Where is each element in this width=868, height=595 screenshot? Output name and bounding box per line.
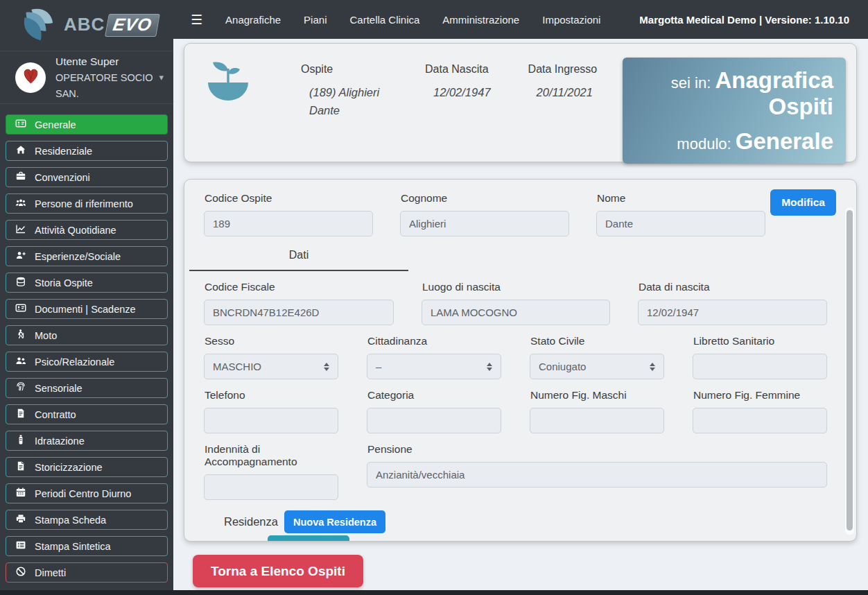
sidebar-item-idratazione[interactable]: Idratazione: [6, 431, 168, 451]
data-nascita-input[interactable]: [638, 300, 827, 325]
select-arrows-icon: [487, 363, 492, 371]
categoria-label: Categoria: [367, 389, 501, 402]
sidebar-item-stampa-scheda[interactable]: Stampa Scheda: [6, 510, 168, 530]
id-badge-icon: [15, 302, 26, 316]
logo-text: ABCEVO: [64, 14, 158, 37]
select-arrows-icon: [650, 363, 655, 371]
stato-civile-select[interactable]: Coniugato: [530, 354, 664, 379]
id-card-icon: [15, 118, 26, 131]
sidebar-item-generale[interactable]: Generale: [6, 114, 168, 135]
logo-evo: EVO: [105, 14, 160, 37]
libretto-sanitario-input[interactable]: [693, 354, 827, 379]
calendar-icon: [15, 487, 26, 500]
patient-field-data-nascita: Data Nascita 12/02/1947: [425, 63, 491, 119]
codice-ospite-input[interactable]: [204, 211, 373, 236]
location-line-2: modulo: Generale: [635, 128, 833, 155]
sidebar-item-dimetti[interactable]: Dimetti: [6, 562, 168, 583]
form-scrollbar-track[interactable]: [845, 207, 854, 535]
residenza-label: Residenza: [224, 515, 278, 528]
sidebar-item-label: Storicizzazione: [35, 462, 103, 473]
chart-line-icon: [15, 223, 26, 236]
cittadinanza-select[interactable]: –: [367, 354, 501, 379]
contract-icon: [15, 408, 26, 421]
fig-maschi-label: Numero Fig. Maschi: [530, 389, 664, 402]
sidebar-item-documenti-scadenze[interactable]: Documenti | Scadenze: [6, 299, 168, 319]
modifica-button[interactable]: Modifica: [770, 189, 836, 216]
sidebar-item-residenziale[interactable]: Residenziale: [6, 141, 168, 161]
sidebar-item-label: Convenzioni: [35, 172, 90, 183]
sidebar-item-storicizzazione[interactable]: Storicizzazione: [6, 457, 168, 477]
cittadinanza-label: Cittadinanza: [367, 335, 501, 347]
sidebar-item-contratto[interactable]: Contratto: [6, 404, 168, 424]
sidebar-item-label: Sensoriale: [35, 383, 83, 394]
menu-icon[interactable]: ☰: [191, 12, 202, 28]
categoria-input[interactable]: [367, 408, 501, 433]
main-area: ☰ Anagrafiche Piani Cartella Clinica Amm…: [173, 0, 868, 590]
patient-fields: Ospite (189) Alighieri Dante Data Nascit…: [301, 63, 597, 119]
sidebar-item-moto[interactable]: Moto: [6, 325, 168, 345]
anagrafica-form-card: Modifica Codice Ospite Cognome Nome: [184, 179, 857, 542]
sidebar-item-storia-ospite[interactable]: Storia Ospite: [6, 273, 168, 293]
sesso-label: Sesso: [205, 335, 338, 347]
sidebar-item-stampa-sintetica[interactable]: Stampa Sintetica: [6, 536, 168, 556]
user-plus-icon: [15, 250, 26, 263]
sidebar-item-psico-relazionale[interactable]: Psico/Relazionale: [6, 352, 168, 372]
database-icon: [15, 276, 26, 289]
cognome-label: Cognome: [401, 192, 569, 205]
fig-femmine-input[interactable]: [693, 408, 827, 433]
form-row-contatti: Telefono Categoria Numero Fig. Maschi Nu…: [204, 379, 827, 433]
plant-icon: [205, 60, 251, 105]
indennita-label: Indennità di Accompagnamento: [205, 443, 338, 468]
torna-elenco-ospiti-button[interactable]: Torna a Elenco Ospiti: [193, 555, 363, 587]
user-menu[interactable]: Utente Super OPERATORE SOCIO SAN. ▾: [0, 51, 173, 104]
nav-piani[interactable]: Piani: [304, 14, 327, 26]
fig-maschi-input[interactable]: [530, 408, 664, 433]
sidebar-item-sensoriale[interactable]: Sensoriale: [6, 378, 168, 398]
file-clock-icon: [15, 460, 26, 474]
nav-cartella-clinica[interactable]: Cartella Clinica: [349, 14, 419, 26]
sidebar-item-label: Documenti | Scadenze: [35, 304, 136, 315]
nome-input[interactable]: [596, 211, 765, 236]
indennita-input[interactable]: [204, 474, 338, 500]
field-label: Ospite: [301, 63, 388, 76]
cittadinanza-value: –: [376, 361, 381, 372]
codice-fiscale-label: Codice Fiscale: [205, 281, 394, 293]
nav-amministrazione[interactable]: Amministrazione: [442, 14, 519, 26]
fingerprint-icon: [15, 381, 26, 395]
nav-anagrafiche[interactable]: Anagrafiche: [225, 14, 281, 26]
form-row-pensione: Indennità di Accompagnamento Pensione: [204, 433, 827, 500]
sidebar-item-label: Contratto: [35, 409, 76, 420]
field-value: 12/02/1947: [425, 84, 491, 102]
sidebar-item-periodi-centro-diurno[interactable]: Periodi Centro Diurno: [6, 483, 168, 503]
modulo-value: Generale: [736, 128, 833, 154]
sidebar-item-label: Moto: [35, 330, 57, 341]
sidebar-item-persone-di-riferimento[interactable]: Persone di riferimento: [6, 193, 168, 214]
field-value: (189) Alighieri Dante: [301, 84, 388, 119]
stato-civile-value: Coniugato: [539, 361, 586, 372]
leaves-logo-icon: [17, 6, 57, 46]
field-label: Data Ingresso: [528, 63, 598, 76]
form-scrollbar-thumb[interactable]: [847, 210, 853, 531]
cognome-input[interactable]: [400, 211, 569, 236]
luogo-nascita-input[interactable]: [422, 300, 610, 325]
codice-ospite-label: Codice Ospite: [205, 192, 373, 205]
pensione-input[interactable]: [367, 462, 827, 488]
sidebar-item-attivita-quotidiane[interactable]: Attività Quotidiane: [6, 220, 168, 240]
tab-dati[interactable]: Dati: [189, 245, 408, 271]
clipped-teal-button[interactable]: [268, 535, 349, 542]
sesso-value: MASCHIO: [213, 361, 261, 372]
telefono-input[interactable]: [204, 408, 338, 433]
data-nascita-label: Data di nascita: [639, 281, 827, 293]
nuova-residenza-button[interactable]: Nuova Residenza: [284, 510, 385, 533]
codice-fiscale-input[interactable]: [204, 300, 394, 325]
app-logo: ABCEVO: [0, 0, 173, 51]
sesso-select[interactable]: MASCHIO: [204, 354, 338, 379]
sidebar-item-label: Psico/Relazionale: [35, 356, 114, 368]
field-value: 20/11/2021: [528, 84, 598, 102]
user-name: Utente Super: [55, 53, 159, 70]
home-icon: [15, 144, 26, 157]
sidebar-item-esperienze-sociale[interactable]: Esperienze/Sociale: [6, 246, 168, 266]
sidebar-item-convenzioni[interactable]: Convenzioni: [6, 167, 168, 187]
nav-impostazioni[interactable]: Impostazioni: [542, 14, 600, 26]
printer-icon: [15, 513, 26, 526]
